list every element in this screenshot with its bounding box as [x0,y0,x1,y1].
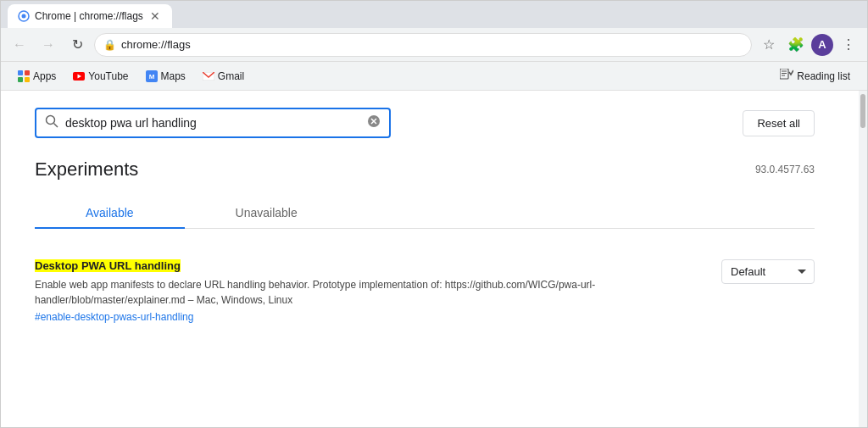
tab-favicon [18,10,30,22]
tab-unavailable[interactable]: Unavailable [185,197,348,228]
experiment-item: Desktop PWA URL handling Enable web app … [35,249,815,333]
bookmark-youtube-label: YouTube [88,70,128,82]
bookmark-gmail[interactable]: Gmail [196,67,251,86]
experiment-description: Enable web app manifests to declare URL … [35,277,704,308]
svg-point-15 [47,116,55,125]
experiment-control: Default Enabled Disabled [721,259,815,284]
experiment-info: Desktop PWA URL handling Enable web app … [35,259,704,323]
bookmark-gmail-label: Gmail [218,70,244,82]
address-actions: ☆ 🧩 A ⋮ [757,33,860,57]
address-url: chrome://flags [121,38,743,51]
tab-bar: Chrome | chrome://flags ✕ [1,1,867,28]
address-bar[interactable]: 🔒 chrome://flags [94,33,752,57]
experiment-name: Desktop PWA URL handling [35,259,704,272]
profile-avatar[interactable]: A [811,34,833,56]
svg-line-16 [54,124,58,128]
experiments-header: Experiments 93.0.4577.63 [35,158,815,181]
apps-icon [18,70,30,82]
address-bar-row: ← → ↻ 🔒 chrome://flags ☆ 🧩 A ⋮ [1,28,867,62]
search-input[interactable] [65,116,360,130]
page-main: Reset all Experiments 93.0.4577.63 Avail… [1,91,859,427]
experiment-name-text: Desktop PWA URL handling [35,259,181,272]
menu-button[interactable]: ⋮ [837,33,860,57]
flags-page: Reset all Experiments 93.0.4577.63 Avail… [1,91,849,350]
tab-close-button[interactable]: ✕ [148,8,162,25]
experiment-select[interactable]: Default Enabled Disabled [721,259,815,284]
svg-rect-5 [25,77,30,82]
search-bar-wrap: Reset all [35,108,815,138]
svg-rect-2 [18,70,23,75]
bookmark-apps[interactable]: Apps [11,67,63,86]
reload-button[interactable]: ↻ [65,33,89,57]
tabs-row: Available Unavailable [35,197,815,229]
tab-available[interactable]: Available [35,197,185,228]
bookmarks-bar: Apps YouTube M Maps [1,62,867,91]
extensions-button[interactable]: 🧩 [784,33,808,57]
page-content: Reset all Experiments 93.0.4577.63 Avail… [1,91,867,427]
lock-icon: 🔒 [103,39,116,51]
scrollbar[interactable] [859,91,867,427]
reading-list-label: Reading list [797,70,850,82]
page-title: Experiments [35,158,138,181]
scrollbar-thumb[interactable] [860,94,865,128]
back-button[interactable]: ← [8,33,31,57]
search-icon [45,114,58,131]
reset-all-button[interactable]: Reset all [743,110,815,136]
youtube-icon [73,70,85,82]
maps-icon: M [146,70,158,82]
tab-title: Chrome | chrome://flags [35,10,143,22]
bookmark-youtube[interactable]: YouTube [66,67,135,86]
search-box [35,108,391,138]
gmail-icon [203,70,214,82]
version-text: 93.0.4577.63 [755,164,815,175]
browser-frame: Chrome | chrome://flags ✕ ← → ↻ 🔒 chrome… [0,0,868,428]
forward-button[interactable]: → [36,33,60,57]
experiment-link[interactable]: #enable-desktop-pwas-url-handling [35,311,704,323]
bookmark-maps[interactable]: M Maps [139,67,192,86]
clear-search-button[interactable] [367,114,381,131]
bookmark-maps-label: Maps [161,70,186,82]
reading-list-button[interactable]: Reading list [773,65,857,86]
bookmark-apps-label: Apps [33,70,56,82]
svg-point-1 [22,14,26,19]
svg-text:M: M [148,73,154,81]
svg-rect-3 [25,70,30,75]
svg-rect-4 [18,77,23,82]
browser-tab[interactable]: Chrome | chrome://flags ✕ [8,4,172,28]
reading-list-icon [780,69,793,83]
bookmark-star-button[interactable]: ☆ [757,33,781,57]
